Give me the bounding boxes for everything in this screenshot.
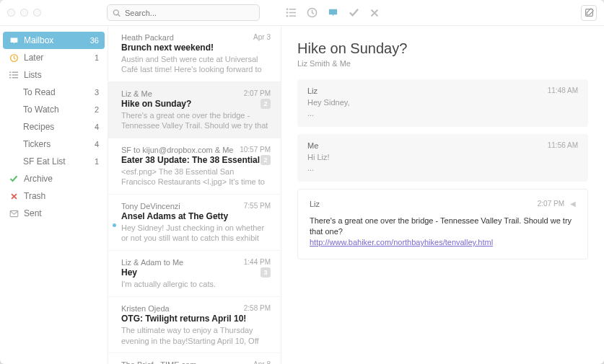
titlebar	[0, 0, 604, 26]
list-icon[interactable]	[286, 7, 297, 18]
svg-point-4	[286, 12, 288, 13]
svg-point-6	[286, 15, 288, 17]
count-badge: 3	[261, 267, 271, 278]
search-input[interactable]	[107, 4, 260, 21]
thread-time: 2:07 PM	[538, 200, 564, 208]
detail-subject: Hike on Sunday?	[297, 40, 588, 57]
chevron-left-icon[interactable]: ◀	[570, 200, 576, 208]
message-subject: Ansel Adams at The Getty	[121, 211, 228, 221]
sidebar-item-list[interactable]: Recipes4	[3, 118, 105, 136]
message-time: 2:58 PM	[244, 304, 271, 313]
sidebar: Mailbox 36 Later 1 Lists To Read3To Watc…	[0, 26, 108, 364]
message-item[interactable]: Kristen Ojeda2:58 PMOTG: Twilight return…	[108, 297, 281, 353]
check-icon[interactable]	[349, 7, 359, 18]
sidebar-item-later[interactable]: Later 1	[3, 49, 105, 66]
sidebar-item-label: Tickers	[23, 139, 51, 149]
sidebar-item-trash[interactable]: Trash	[3, 187, 105, 205]
message-from: Liz & Adam to Me	[121, 258, 183, 267]
svg-rect-14	[12, 74, 18, 76]
clock-icon	[9, 53, 19, 63]
message-preview: Austin and Seth were cute at Universal C…	[121, 54, 271, 74]
message-subject: Eater 38 Update: The 38 Essential	[121, 155, 260, 165]
message-item[interactable]: Tony DeVincenzi7:55 PMAnsel Adams at The…	[108, 195, 281, 251]
thread-time: 11:48 AM	[548, 86, 578, 95]
message-from: Tony DeVincenzi	[121, 202, 180, 210]
message-time: Apr 8	[253, 360, 271, 364]
svg-point-0	[113, 9, 118, 14]
message-item[interactable]: SF to kijun@dropbox.com & Me10:57 PMEate…	[108, 138, 281, 195]
check-icon	[9, 174, 19, 183]
thread-message-collapsed[interactable]: Me11:56 AMHi Liz!...	[297, 134, 588, 182]
svg-rect-11	[9, 72, 11, 74]
thread-body: There's a great one over the bridge - Te…	[310, 216, 576, 249]
count-badge: 2	[261, 155, 271, 165]
sidebar-item-count: 1	[95, 53, 99, 62]
message-preview: The ultimate way to enjoy a Thursday eve…	[121, 325, 271, 345]
app-window: Mailbox 36 Later 1 Lists To Read3To Watc…	[0, 0, 604, 364]
sidebar-item-count: 36	[90, 36, 99, 45]
message-from: The Brief - TIME.com	[121, 360, 196, 364]
message-item[interactable]: Heath PackardApr 3Brunch next weekend!Au…	[108, 26, 281, 82]
x-icon	[9, 192, 19, 200]
envelope-icon	[9, 209, 19, 218]
svg-rect-15	[9, 77, 11, 79]
sidebar-item-list[interactable]: Tickers4	[3, 136, 105, 153]
mailbox-icon[interactable]	[328, 7, 338, 18]
sidebar-item-sent[interactable]: Sent	[3, 205, 105, 222]
sidebar-item-label: Later	[24, 53, 43, 63]
sidebar-item-label: Archive	[24, 174, 53, 184]
message-item[interactable]: The Brief - TIME.comApr 8UConn wins NCAA…	[108, 353, 281, 364]
minimize-icon[interactable]	[20, 9, 28, 17]
message-subject: Hey	[121, 267, 137, 278]
message-link[interactable]: http://www.bahiker.com/northbayhikes/ten…	[310, 238, 493, 247]
message-item[interactable]: Liz & Adam to Me1:44 PMHey3I'm actually …	[108, 251, 281, 297]
sidebar-item-list[interactable]: SF Eat List1	[3, 153, 105, 170]
close-icon[interactable]	[7, 9, 15, 17]
thread-sender: Liz	[307, 86, 318, 95]
detail-participants: Liz Smith & Me	[297, 59, 588, 68]
sidebar-item-label: Sent	[24, 208, 42, 218]
mailbox-icon	[9, 36, 19, 45]
svg-line-1	[118, 14, 121, 17]
sidebar-item-count: 4	[95, 140, 99, 148]
thread-sender: Me	[307, 141, 318, 150]
thread-body: Hey Sidney,...	[307, 97, 578, 120]
zoom-icon[interactable]	[33, 9, 41, 17]
message-time: 10:57 PM	[240, 146, 271, 154]
sidebar-item-label: To Read	[23, 87, 56, 97]
message-time: 7:55 PM	[244, 202, 271, 210]
svg-rect-12	[12, 72, 18, 74]
message-item[interactable]: Liz & Me2:07 PMHike on Sunday?2There's a…	[108, 82, 281, 138]
message-time: 1:44 PM	[244, 258, 271, 267]
svg-rect-7	[289, 15, 296, 17]
svg-rect-5	[289, 12, 296, 14]
svg-rect-3	[289, 9, 296, 10]
sidebar-item-mailbox[interactable]: Mailbox 36	[3, 32, 105, 49]
message-from: SF to kijun@dropbox.com & Me	[121, 146, 233, 154]
svg-rect-16	[12, 77, 18, 79]
sidebar-item-list[interactable]: To Read3	[3, 84, 105, 101]
sidebar-item-label: Mailbox	[24, 35, 53, 45]
thread-body: Hi Liz!...	[307, 152, 578, 174]
sidebar-item-count: 1	[95, 157, 99, 166]
message-from: Liz & Me	[121, 89, 152, 98]
message-detail: Hike on Sunday? Liz Smith & Me Liz11:48 …	[281, 26, 604, 364]
sidebar-item-archive[interactable]: Archive	[3, 170, 105, 187]
sidebar-item-count: 2	[95, 105, 99, 114]
message-subject: OTG: Twilight returns April 10!	[121, 314, 246, 324]
svg-rect-13	[9, 74, 11, 76]
thread-message-open[interactable]: Liz 2:07 PM ◀ There's a great one over t…	[297, 189, 588, 259]
sidebar-item-label: SF Eat List	[23, 156, 66, 167]
count-badge: 2	[261, 99, 271, 109]
message-list[interactable]: Heath PackardApr 3Brunch next weekend!Au…	[108, 26, 281, 364]
search-icon	[113, 9, 121, 17]
thread-sender: Liz	[310, 200, 320, 208]
thread-message-collapsed[interactable]: Liz11:48 AMHey Sidney,...	[297, 79, 588, 127]
sidebar-item-lists[interactable]: Lists	[3, 66, 105, 84]
thread-time: 11:56 AM	[548, 141, 578, 150]
x-icon[interactable]	[369, 8, 380, 18]
sidebar-item-list[interactable]: To Watch2	[3, 101, 105, 118]
compose-button[interactable]	[581, 5, 597, 21]
clock-icon[interactable]	[307, 7, 318, 18]
message-preview: <esf.png> The 38 Essential San Francisco…	[121, 167, 271, 187]
